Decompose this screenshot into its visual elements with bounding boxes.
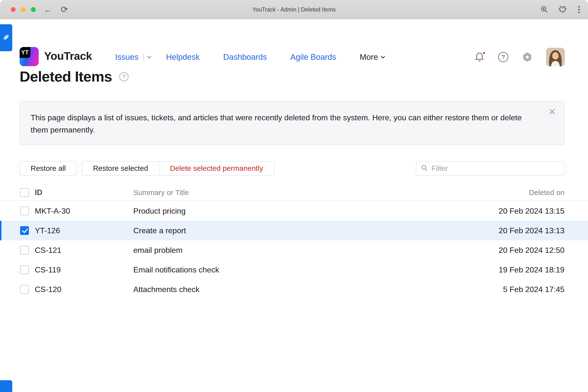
- search-icon: [421, 164, 428, 172]
- sidebar-bottom-accent: [0, 380, 12, 392]
- page-zoom-icon[interactable]: [540, 5, 549, 14]
- brand-name: YouTrack: [44, 50, 92, 62]
- browser-menu-icon[interactable]: [575, 6, 582, 14]
- table-row[interactable]: MKT-A-30 Product pricing 20 Feb 2024 13:…: [0, 201, 588, 221]
- yt-logo-badge: YT: [20, 47, 30, 58]
- settings-icon[interactable]: [522, 52, 533, 63]
- help-icon[interactable]: ?: [498, 52, 508, 62]
- table-row[interactable]: CS-121 email problem 20 Feb 2024 12:50: [0, 240, 588, 260]
- row-id: MKT-A-30: [35, 206, 70, 216]
- banner-close-icon[interactable]: ✕: [548, 108, 556, 116]
- browser-chrome: ← ⟳ YouTrack - Admin | Deleted Items: [0, 0, 588, 19]
- notifications-bell-icon[interactable]: [474, 52, 485, 62]
- nav-dashboards[interactable]: Dashboards: [223, 52, 267, 62]
- restore-all-button[interactable]: Restore all: [20, 161, 77, 176]
- nav-divider: [143, 53, 144, 61]
- row-summary[interactable]: Create a report: [133, 226, 186, 235]
- app-header: YT YouTrack Issues Helpdesk Dashboards A…: [0, 19, 588, 52]
- table-header: ID Summary or Title Deleted on: [0, 184, 588, 201]
- main-nav: Issues Helpdesk Dashboards Agile Boards …: [115, 44, 384, 70]
- row-checkbox[interactable]: [20, 265, 29, 274]
- row-deleted-on: 20 Feb 2024 12:50: [498, 246, 564, 255]
- info-banner-text: This page displays a list of issues, tic…: [20, 101, 564, 136]
- action-buttons: Restore all Restore selected Delete sele…: [20, 161, 274, 176]
- filter-box: [416, 161, 564, 176]
- restore-selected-button[interactable]: Restore selected: [82, 161, 159, 176]
- row-deleted-on: 20 Feb 2024 13:15: [498, 206, 564, 216]
- row-checkbox[interactable]: [20, 206, 29, 215]
- nav-agile-boards[interactable]: Agile Boards: [290, 52, 336, 62]
- issues-dropdown-chevron-icon[interactable]: [147, 54, 152, 58]
- avatar[interactable]: [546, 48, 565, 66]
- table-row[interactable]: YT-126 Create a report 20 Feb 2024 13:13: [0, 221, 588, 240]
- sidebar-leaf-button[interactable]: [0, 24, 12, 51]
- nav-issues[interactable]: Issues: [115, 52, 138, 62]
- row-id: YT-126: [35, 226, 60, 235]
- row-deleted-on: 19 Feb 2024 18:19: [498, 265, 564, 274]
- col-header-id: ID: [35, 188, 42, 197]
- nav-more[interactable]: More: [360, 52, 378, 62]
- row-checkbox[interactable]: [20, 246, 29, 254]
- nav-helpdesk[interactable]: Helpdesk: [166, 52, 200, 62]
- extensions-icon[interactable]: [558, 5, 566, 14]
- window-title: YouTrack - Admin | Deleted Items: [0, 0, 588, 19]
- row-id: CS-120: [35, 285, 62, 294]
- row-id: CS-119: [35, 265, 61, 274]
- page-title: Deleted Items: [20, 68, 112, 85]
- row-checkbox[interactable]: [20, 226, 29, 235]
- table-row[interactable]: CS-119 Email notifications check 19 Feb …: [0, 260, 588, 280]
- row-checkbox[interactable]: [20, 285, 29, 294]
- leaf-icon: [2, 34, 10, 42]
- table-row[interactable]: CS-120 Attachments check 5 Feb 2024 17:4…: [0, 280, 588, 299]
- row-summary[interactable]: email problem: [133, 246, 182, 255]
- row-deleted-on: 20 Feb 2024 13:13: [498, 226, 564, 235]
- filter-input[interactable]: [432, 164, 560, 172]
- row-summary[interactable]: Attachments check: [133, 285, 200, 294]
- info-banner: This page displays a list of issues, tic…: [20, 101, 564, 145]
- more-dropdown-chevron-icon[interactable]: [381, 54, 385, 58]
- browser-window: ← ⟳ YouTrack - Admin | Deleted Items YT …: [0, 0, 588, 392]
- youtrack-logo[interactable]: YT: [20, 47, 39, 66]
- delete-selected-permanently-button[interactable]: Delete selected permanently: [159, 161, 274, 176]
- row-deleted-on: 5 Feb 2024 17:45: [503, 285, 564, 294]
- col-header-summary: Summary or Title: [133, 188, 189, 197]
- row-summary[interactable]: Product pricing: [133, 206, 186, 216]
- row-summary[interactable]: Email notifications check: [133, 265, 219, 274]
- page-help-icon[interactable]: ?: [119, 72, 128, 81]
- notification-dot: [482, 51, 486, 55]
- select-all-checkbox[interactable]: [20, 188, 29, 197]
- col-header-deleted-on: Deleted on: [529, 188, 564, 197]
- row-id: CS-121: [35, 246, 62, 255]
